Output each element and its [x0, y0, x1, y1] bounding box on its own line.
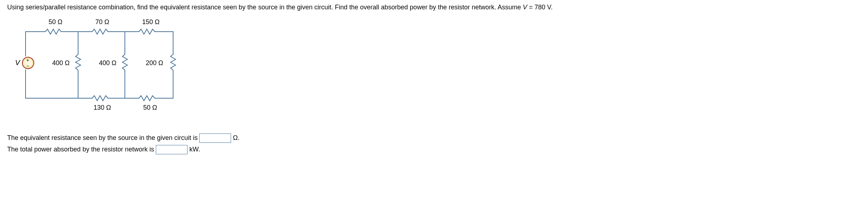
wire: [112, 31, 137, 32]
resistor-label-r1: 50 Ω: [49, 18, 62, 26]
answer-text-2: The total power absorbed by the resistor…: [7, 146, 156, 153]
problem-statement: Using series/parallel resistance combina…: [7, 4, 861, 11]
resistor-icon: [137, 95, 158, 102]
wire: [173, 74, 173, 98]
wire: [25, 69, 26, 98]
wire: [25, 98, 90, 99]
wire: [125, 74, 125, 98]
resistor-label-rv3: 200 Ω: [146, 59, 163, 67]
resistor-label-r3: 150 Ω: [142, 18, 160, 26]
wire: [125, 31, 125, 52]
answer-unit-1: Ω.: [231, 134, 239, 141]
wire: [65, 31, 90, 32]
wire: [78, 74, 78, 98]
wire: [158, 98, 173, 99]
problem-variable-v: V: [523, 4, 527, 11]
source-label: V: [15, 59, 20, 67]
answer-line-resistance: The equivalent resistance seen by the so…: [7, 133, 861, 143]
answer-text-1: The equivalent resistance seen by the so…: [7, 134, 199, 141]
wire: [173, 31, 173, 52]
resistance-input[interactable]: [199, 133, 231, 143]
plus-icon: +: [26, 57, 29, 63]
problem-text-2: = 780 V.: [527, 4, 553, 11]
problem-text-1: Using series/parallel resistance combina…: [7, 4, 523, 11]
resistor-icon: [90, 95, 112, 102]
resistor-label-r2: 70 Ω: [95, 18, 109, 26]
wire: [25, 31, 43, 32]
wire: [112, 98, 137, 99]
resistor-label-rv1: 400 Ω: [52, 59, 70, 67]
wire: [158, 31, 173, 32]
minus-icon: −: [26, 63, 29, 69]
resistor-icon: [137, 28, 158, 36]
wire: [25, 31, 26, 56]
answer-unit-2: kW.: [187, 146, 200, 153]
answer-line-power: The total power absorbed by the resistor…: [7, 145, 861, 154]
resistor-icon: [122, 52, 129, 74]
power-input[interactable]: [156, 145, 187, 154]
resistor-label-rb1: 130 Ω: [94, 104, 111, 112]
resistor-icon: [75, 52, 82, 74]
resistor-icon: [90, 28, 112, 36]
circuit-diagram: 50 Ω 70 Ω 150 Ω V + − 400 Ω: [14, 18, 194, 123]
resistor-icon: [170, 52, 177, 74]
wire: [78, 31, 78, 52]
resistor-label-rv2: 400 Ω: [99, 59, 117, 67]
resistor-icon: [43, 28, 65, 36]
resistor-label-rb2: 50 Ω: [143, 104, 157, 112]
